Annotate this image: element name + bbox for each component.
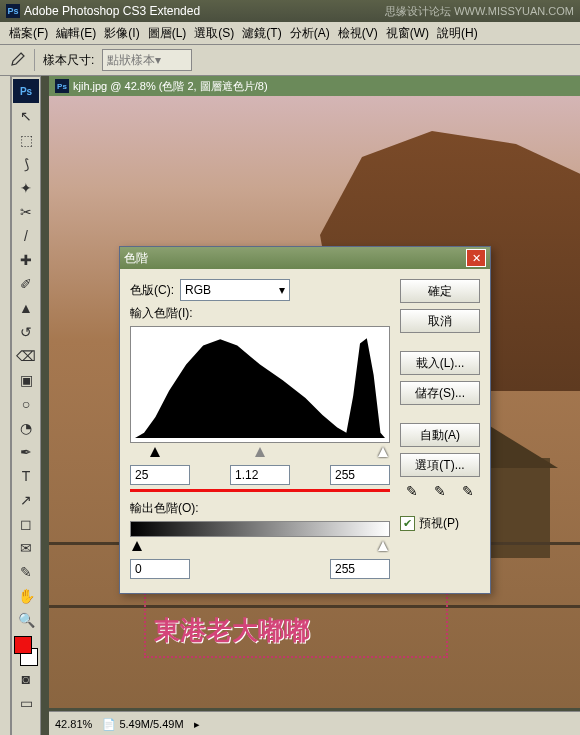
gray-eyedropper-icon[interactable]: ✎ bbox=[434, 483, 452, 501]
tool-eyedrop[interactable]: ✎ bbox=[13, 560, 39, 583]
out-white-handle[interactable] bbox=[378, 541, 388, 551]
black-point-handle[interactable] bbox=[150, 447, 160, 457]
tool-pen[interactable]: ✒ bbox=[13, 440, 39, 463]
close-button[interactable]: ✕ bbox=[466, 249, 486, 267]
tool-heal[interactable]: ✚ bbox=[13, 248, 39, 271]
save-button[interactable]: 儲存(S)... bbox=[400, 381, 480, 405]
tool-zoom[interactable]: 🔍 bbox=[13, 608, 39, 631]
sample-size-label: 樣本尺寸: bbox=[43, 52, 94, 69]
ps-badge-icon[interactable]: Ps bbox=[13, 79, 39, 103]
menu-view[interactable]: 檢視(V) bbox=[335, 23, 381, 44]
tool-slice[interactable]: / bbox=[13, 224, 39, 247]
menu-layer[interactable]: 圖層(L) bbox=[145, 23, 190, 44]
toolbox: Ps ↖ ⬚ ⟆ ✦ ✂ / ✚ ✐ ▲ ↺ ⌫ ▣ ○ ◔ ✒ T ↗ ◻ ✉… bbox=[11, 76, 41, 735]
tool-move[interactable]: ↖ bbox=[13, 104, 39, 127]
tool-history-brush[interactable]: ↺ bbox=[13, 320, 39, 343]
divider bbox=[34, 49, 35, 71]
tool-crop[interactable]: ✂ bbox=[13, 200, 39, 223]
menu-window[interactable]: 視窗(W) bbox=[383, 23, 432, 44]
output-slider[interactable] bbox=[132, 541, 388, 555]
menu-select[interactable]: 選取(S) bbox=[191, 23, 237, 44]
output-levels-label: 輸出色階(O): bbox=[130, 500, 199, 517]
white-eyedropper-icon[interactable]: ✎ bbox=[462, 483, 480, 501]
input-black-field[interactable]: 25 bbox=[130, 465, 190, 485]
dialog-titlebar[interactable]: 色階 ✕ bbox=[120, 247, 490, 269]
input-levels-label: 輸入色階(I): bbox=[130, 305, 193, 322]
tool-stamp[interactable]: ▲ bbox=[13, 296, 39, 319]
menu-analysis[interactable]: 分析(A) bbox=[287, 23, 333, 44]
options-bar: 樣本尺寸: 點狀樣本▾ bbox=[0, 45, 580, 76]
app-title: Adobe Photoshop CS3 Extended bbox=[24, 4, 200, 18]
dock-gutter bbox=[0, 76, 11, 735]
channel-select[interactable]: RGB▾ bbox=[180, 279, 290, 301]
cancel-button[interactable]: 取消 bbox=[400, 309, 480, 333]
options-button[interactable]: 選項(T)... bbox=[400, 453, 480, 477]
eyedropper-tool-icon[interactable] bbox=[8, 51, 26, 69]
status-arrow-icon[interactable]: ▸ bbox=[194, 718, 200, 731]
fg-color-swatch[interactable] bbox=[14, 636, 32, 654]
histogram bbox=[130, 326, 390, 443]
app-titlebar: Ps Adobe Photoshop CS3 Extended 思缘设计论坛 W… bbox=[0, 0, 580, 22]
auto-button[interactable]: 自動(A) bbox=[400, 423, 480, 447]
tool-notes[interactable]: ✉ bbox=[13, 536, 39, 559]
menubar: 檔案(F) 編輯(E) 影像(I) 圖層(L) 選取(S) 濾鏡(T) 分析(A… bbox=[0, 22, 580, 45]
input-slider[interactable] bbox=[132, 447, 388, 461]
load-button[interactable]: 載入(L)... bbox=[400, 351, 480, 375]
quickmask-icon[interactable]: ◙ bbox=[13, 667, 39, 690]
tool-dodge[interactable]: ◔ bbox=[13, 416, 39, 439]
annotation-redline bbox=[130, 489, 390, 492]
gamma-handle[interactable] bbox=[255, 447, 265, 457]
black-eyedropper-icon[interactable]: ✎ bbox=[406, 483, 424, 501]
tool-marquee[interactable]: ⬚ bbox=[13, 128, 39, 151]
menu-help[interactable]: 說明(H) bbox=[434, 23, 481, 44]
channel-label: 色版(C): bbox=[130, 282, 174, 299]
output-black-field[interactable]: 0 bbox=[130, 559, 190, 579]
menu-file[interactable]: 檔案(F) bbox=[6, 23, 51, 44]
color-swatches[interactable] bbox=[14, 636, 38, 666]
input-white-field[interactable]: 255 bbox=[330, 465, 390, 485]
tool-eraser[interactable]: ⌫ bbox=[13, 344, 39, 367]
checkbox-checked-icon: ✔ bbox=[400, 516, 415, 531]
tool-wand[interactable]: ✦ bbox=[13, 176, 39, 199]
tool-type[interactable]: T bbox=[13, 464, 39, 487]
ps-logo-icon: Ps bbox=[6, 4, 20, 18]
document-title[interactable]: Ps kjih.jpg @ 42.8% (色階 2, 圖層遮色片/8) bbox=[49, 76, 580, 97]
tool-brush[interactable]: ✐ bbox=[13, 272, 39, 295]
preview-checkbox[interactable]: ✔ 預視(P) bbox=[400, 515, 480, 532]
tool-shape[interactable]: ◻ bbox=[13, 512, 39, 535]
tool-path[interactable]: ↗ bbox=[13, 488, 39, 511]
status-bar: 42.81% 📄 5.49M/5.49M ▸ bbox=[49, 711, 580, 735]
output-gradient bbox=[130, 521, 390, 537]
levels-dialog: 色階 ✕ 色版(C): RGB▾ 輸入色階(I): bbox=[119, 246, 491, 594]
zoom-level[interactable]: 42.81% bbox=[55, 718, 92, 730]
watermark-text: 思缘设计论坛 WWW.MISSYUAN.COM bbox=[385, 4, 574, 19]
menu-edit[interactable]: 編輯(E) bbox=[53, 23, 99, 44]
doc-ps-icon: Ps bbox=[55, 79, 69, 93]
ok-button[interactable]: 確定 bbox=[400, 279, 480, 303]
white-point-handle[interactable] bbox=[378, 447, 388, 457]
input-gamma-field[interactable]: 1.12 bbox=[230, 465, 290, 485]
pink-watermark: 東港老大嘟嘟 bbox=[154, 613, 310, 648]
tool-lasso[interactable]: ⟆ bbox=[13, 152, 39, 175]
tool-gradient[interactable]: ▣ bbox=[13, 368, 39, 391]
tool-blur[interactable]: ○ bbox=[13, 392, 39, 415]
dialog-title: 色階 bbox=[124, 250, 148, 267]
screenmode-icon[interactable]: ▭ bbox=[13, 691, 39, 714]
sample-size-select[interactable]: 點狀樣本▾ bbox=[102, 49, 192, 71]
out-black-handle[interactable] bbox=[132, 541, 142, 551]
menu-image[interactable]: 影像(I) bbox=[101, 23, 142, 44]
tool-hand[interactable]: ✋ bbox=[13, 584, 39, 607]
output-white-field[interactable]: 255 bbox=[330, 559, 390, 579]
menu-filter[interactable]: 濾鏡(T) bbox=[239, 23, 284, 44]
doc-info: 📄 5.49M/5.49M bbox=[102, 718, 183, 731]
